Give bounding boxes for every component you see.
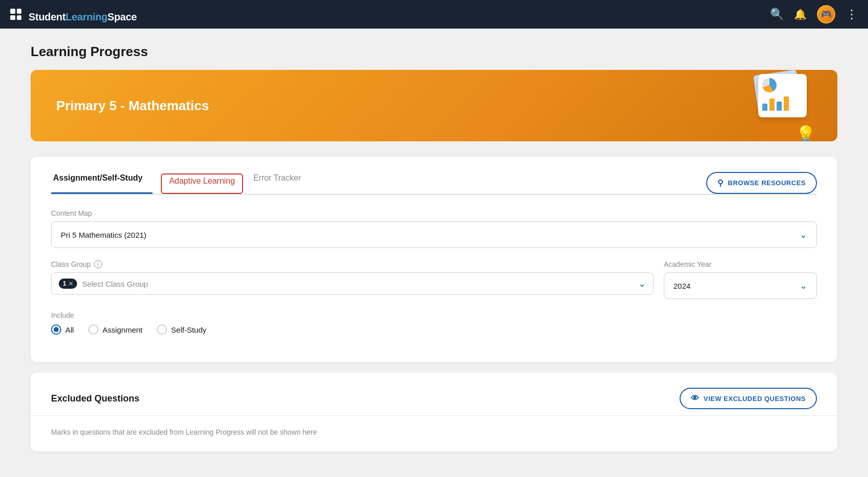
hero-subject-title: Primary 5 - Mathematics [56,98,209,114]
divider [31,415,837,416]
radio-all-circle [51,324,61,335]
excluded-title: Excluded Questions [51,393,139,404]
tabs-section: Assignment/Self-Study Adaptive Learning … [31,157,837,362]
class-group-chevron-icon: ⌄ [638,278,646,289]
academic-year-chevron-icon: ⌄ [800,280,807,291]
include-section: Include All Assignment Self-Study [51,311,817,335]
radio-all-label: All [65,325,74,334]
tabs-list: Assignment/Self-Study Adaptive Learning … [51,173,319,193]
include-radio-group: All Assignment Self-Study [51,324,817,335]
more-options-icon[interactable]: ⋮ [846,7,858,21]
search-icon[interactable]: 🔍 [770,8,784,21]
nav-right: 🔍 🔔 🎮 ⋮ [770,5,858,23]
top-navigation: SINGAPORE StudentLearningSpace 🔍 🔔 🎮 ⋮ [0,0,868,29]
content-map-label: Content Map [51,209,817,217]
class-group-placeholder: Select Class Group [82,280,633,288]
radio-assignment-label: Assignment [103,325,142,334]
excluded-header: Excluded Questions 👁 VIEW EXCLUDED QUEST… [51,388,817,409]
academic-year-dropdown[interactable]: 2024 ⌄ [664,272,817,299]
app-logo: StudentLearningSpace [29,11,137,23]
class-group-info-icon[interactable]: i [94,260,102,268]
eye-icon: 👁 [691,394,700,403]
radio-assignment-circle [88,324,99,335]
content-map-value: Pri 5 Mathematics (2021) [61,231,147,239]
class-group-section: Class Group i 1 ✕ Select Class Group ⌄ [51,260,654,299]
radio-self-study[interactable]: Self-Study [157,324,206,335]
hero-decoration: 💡 [735,70,817,141]
excluded-description: Marks in questions that are excluded fro… [51,428,817,436]
page-title: Learning Progress [31,44,837,60]
radio-self-study-circle [157,324,167,335]
class-group-dropdown[interactable]: 1 ✕ Select Class Group ⌄ [51,272,654,295]
academic-year-value: 2024 [673,282,690,290]
content-map-section: Content Map Pri 5 Mathematics (2021) ⌄ [51,209,817,248]
chevron-down-icon: ⌄ [800,229,807,240]
academic-year-label: Academic Year [664,260,817,268]
class-badge: 1 ✕ [59,279,77,289]
hero-banner: Primary 5 - Mathematics 💡 [31,70,837,141]
academic-year-section: Academic Year 2024 ⌄ [664,260,817,299]
radio-all[interactable]: All [51,324,74,335]
radio-assignment[interactable]: Assignment [88,324,142,335]
tab-assignment-self-study[interactable]: Assignment/Self-Study [51,173,153,193]
content-map-dropdown[interactable]: Pri 5 Mathematics (2021) ⌄ [51,221,817,248]
class-group-row: Class Group i 1 ✕ Select Class Group ⌄ A… [51,260,817,299]
badge-remove-icon[interactable]: ✕ [68,281,73,287]
class-group-label: Class Group i [51,260,654,268]
include-label: Include [51,311,817,319]
grid-icon[interactable] [10,9,21,20]
tab-error-tracker[interactable]: Error Tracker [251,173,311,193]
view-excluded-questions-button[interactable]: 👁 VIEW EXCLUDED QUESTIONS [680,388,817,409]
browse-resources-button[interactable]: ⚲ BROWSE RESOURCES [706,172,817,194]
tabs-header: Assignment/Self-Study Adaptive Learning … [51,172,817,195]
browse-icon: ⚲ [717,178,724,188]
nav-left: SINGAPORE StudentLearningSpace [10,6,137,23]
main-content: Learning Progress Primary 5 - Mathematic… [0,29,868,477]
radio-self-study-label: Self-Study [171,325,206,334]
tab-adaptive-learning[interactable]: Adaptive Learning [161,173,243,194]
user-avatar[interactable]: 🎮 [817,5,835,23]
excluded-questions-section: Excluded Questions 👁 VIEW EXCLUDED QUEST… [31,372,837,451]
bell-icon[interactable]: 🔔 [794,8,807,20]
